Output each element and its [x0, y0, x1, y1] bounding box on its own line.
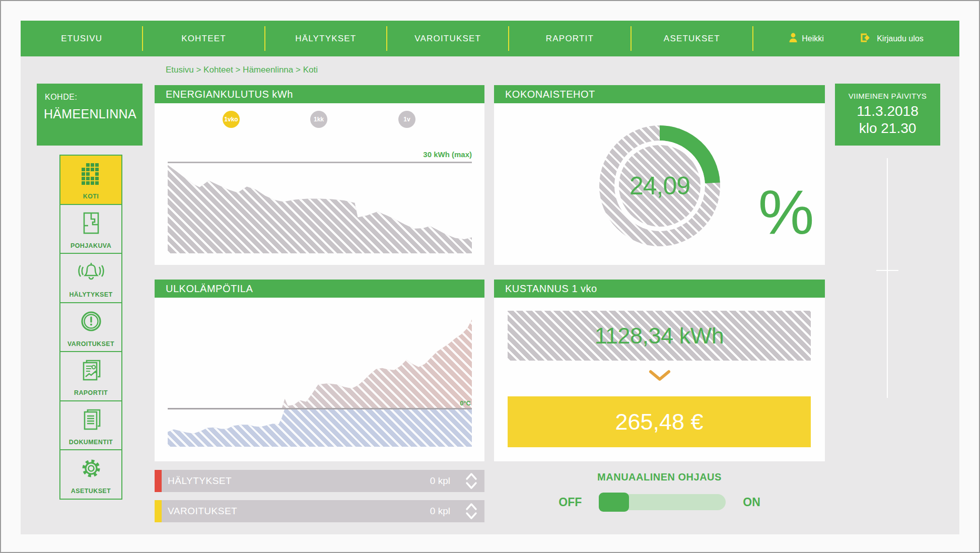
- vertical-scrollbar[interactable]: [887, 158, 888, 398]
- manual-control-title: MANUAALINEN OHJAUS: [494, 471, 825, 483]
- cost-panel: KUSTANNUS 1 vko 1128,34 kWh 265,48 €: [494, 280, 825, 461]
- gear-icon: [80, 456, 103, 480]
- sidebar-item-label: KOTI: [60, 193, 121, 200]
- sidebar-item-halytykset[interactable]: HÄLYTYKSET: [59, 253, 122, 303]
- logout-button[interactable]: Kirjaudu ulos: [860, 32, 924, 45]
- nav-item-etusivu[interactable]: ETUSIVU: [21, 21, 143, 56]
- gauge-inner: 24,09: [619, 145, 701, 227]
- sidebar-item-label: DOKUMENTIT: [60, 439, 121, 446]
- last-update-label: VIIMEINEN PÄIVITYS: [835, 92, 940, 100]
- last-update-date: 11.3.2018: [835, 103, 940, 119]
- cost-panel-title: KUSTANNUS 1 vko: [494, 280, 825, 298]
- manual-control: MANUAALINEN OHJAUS OFF ON: [494, 471, 825, 510]
- chevron-down-icon: [649, 369, 671, 384]
- building-icon: [81, 162, 102, 186]
- alarms-accent: [155, 470, 162, 492]
- manual-off-label: OFF: [558, 496, 582, 509]
- energy-panel-title: ENERGIANKULUTUS kWh: [155, 85, 484, 103]
- cost-eur-value: 265,48 €: [615, 409, 703, 435]
- manual-on-label: ON: [743, 496, 760, 509]
- range-button-1vko[interactable]: 1vko: [223, 111, 240, 128]
- nav-item-asetukset[interactable]: ASETUKSET: [631, 21, 753, 56]
- top-navigation: ETUSIVU KOHTEET HÄLYTYKSET VAROITUKSET R…: [21, 21, 959, 56]
- cost-energy-box: 1128,34 kWh: [508, 311, 811, 361]
- site-name: HÄMEENLINNA: [44, 107, 143, 121]
- alarms-expander[interactable]: [464, 471, 478, 491]
- scrollbar-handle[interactable]: [876, 270, 898, 271]
- alarms-label: HÄLYTYKSET: [168, 475, 430, 487]
- sidebar-item-label: POHJAKUVA: [60, 242, 121, 249]
- dashboard-content: ETUSIVU KOHTEET HÄLYTYKSET VAROITUKSET R…: [21, 21, 959, 534]
- nav-item-halytykset[interactable]: HÄLYTYKSET: [265, 21, 387, 56]
- logout-label: Kirjaudu ulos: [877, 34, 924, 43]
- app-window: ETUSIVU KOHTEET HÄLYTYKSET VAROITUKSET R…: [0, 0, 980, 553]
- nav-user-area: Heikki Kirjaudu ulos: [753, 21, 959, 56]
- power-unit: %: [746, 176, 826, 248]
- sidebar-item-label: HÄLYTYKSET: [60, 291, 121, 298]
- cost-energy-value: 1128,34 kWh: [595, 323, 724, 349]
- temp-zero-label: 0°C: [460, 399, 471, 407]
- sidebar-item-raportit[interactable]: RAPORTIT: [59, 351, 122, 401]
- cost-eur-box: 265,48 €: [508, 396, 811, 447]
- sidebar-item-varoitukset[interactable]: VAROITUKSET: [59, 302, 122, 353]
- documents-icon: [80, 407, 102, 432]
- range-button-1kk[interactable]: 1kk: [310, 111, 327, 128]
- energy-range-row: 1vko 1kk 1v: [155, 111, 484, 128]
- power-panel: KOKONAISTEHOT 24,09 %: [494, 85, 825, 265]
- alarms-row[interactable]: HÄLYTYKSET 0 kpl: [155, 470, 484, 492]
- temperature-panel: ULKOLÄMPÖTILA 0°C: [155, 280, 484, 461]
- energy-max-label: 30 kWh (max): [423, 150, 472, 159]
- manual-toggle-knob[interactable]: [599, 493, 629, 512]
- last-update-time: klo 21.30: [835, 120, 940, 136]
- range-button-1v[interactable]: 1v: [398, 111, 415, 128]
- warnings-accent: [155, 500, 162, 522]
- temp-zero-line: [168, 408, 472, 409]
- report-chart-icon: [80, 358, 103, 382]
- sidebar-item-pohjakuva[interactable]: POHJAKUVA: [59, 204, 122, 254]
- sidebar: KOTI POHJAKUVA H: [59, 155, 122, 500]
- logout-icon: [860, 32, 873, 45]
- floorplan-icon: [82, 211, 100, 235]
- nav-item-varoitukset[interactable]: VAROITUKSET: [387, 21, 509, 56]
- power-gauge: 24,09: [599, 125, 720, 246]
- nav-item-raportit[interactable]: RAPORTIT: [509, 21, 631, 56]
- sidebar-item-label: VAROITUKSET: [60, 340, 121, 348]
- warning-circle-icon: [80, 309, 102, 333]
- warnings-label: VAROITUKSET: [168, 506, 430, 517]
- sidebar-item-asetukset[interactable]: ASETUKSET: [59, 449, 122, 500]
- breadcrumb[interactable]: Etusivu > Kohteet > Hämeenlinna > Koti: [166, 65, 318, 75]
- user-icon: [789, 33, 798, 45]
- alarm-bell-icon: [76, 260, 106, 284]
- temperature-panel-title: ULKOLÄMPÖTILA: [155, 280, 484, 298]
- power-panel-title: KOKONAISTEHOT: [494, 85, 825, 103]
- energy-area: [168, 163, 472, 253]
- nav-item-kohteet[interactable]: KOHTEET: [143, 21, 264, 56]
- site-box: KOHDE: HÄMEENLINNA: [37, 84, 143, 146]
- last-update-box: VIIMEINEN PÄIVITYS 11.3.2018 klo 21.30: [835, 84, 940, 146]
- power-value: 24,09: [629, 171, 690, 200]
- energy-chart: [168, 163, 472, 253]
- temperature-chart: 0°C: [168, 306, 472, 447]
- user-menu[interactable]: Heikki: [789, 33, 824, 45]
- sidebar-item-koti[interactable]: KOTI: [59, 155, 122, 205]
- site-label: KOHDE:: [45, 93, 143, 102]
- energy-panel: ENERGIANKULUTUS kWh 1vko 1kk 1v 30 kWh (…: [155, 85, 484, 265]
- manual-toggle[interactable]: [599, 494, 726, 510]
- warnings-row[interactable]: VAROITUKSET 0 kpl: [155, 500, 484, 522]
- user-name: Heikki: [802, 34, 824, 43]
- sidebar-item-dokumentit[interactable]: DOKUMENTIT: [59, 400, 122, 451]
- warnings-expander[interactable]: [464, 502, 478, 521]
- sidebar-item-label: RAPORTIT: [60, 389, 121, 396]
- alarms-count: 0 kpl: [430, 475, 450, 487]
- sidebar-item-label: ASETUKSET: [60, 488, 121, 495]
- warnings-count: 0 kpl: [430, 506, 450, 517]
